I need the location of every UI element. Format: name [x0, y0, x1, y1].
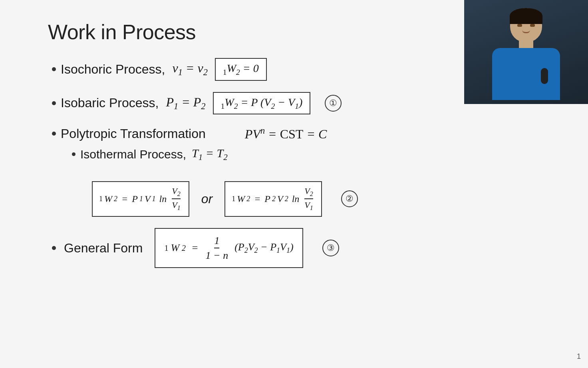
general-form-label: General Form: [64, 241, 143, 256]
bullet-dot-isochoric: [52, 67, 56, 71]
presenter-neck: [519, 41, 533, 49]
isothermal-condition: T1 = T2: [192, 146, 228, 162]
webcam-area: [464, 0, 588, 104]
isochoric-text: Isochoric Process, v1 = v2 1W2 = 0: [61, 58, 267, 81]
general-form-section: General Form 1W2 = 1 1 − n (P2V2 − P1V1): [48, 228, 564, 268]
polytropic-formula: PVn = CST = C: [245, 126, 327, 142]
isothermal-formulas-row: 1W2 = P1V1 ln V2 V1 or 1W2 =: [92, 181, 564, 217]
bullet-dot-isothermal: [72, 152, 75, 156]
isobaric-label: Isobaric Process,: [61, 96, 159, 110]
circle-num-2: ②: [341, 190, 358, 207]
sub-bullet-section: Isothermal Process, T1 = T2: [72, 146, 564, 171]
isobaric-condition: P1 = P2: [166, 95, 205, 112]
polytropic-label: Polytropic Transformation: [61, 126, 206, 141]
microphone-icon: [541, 68, 548, 84]
presenter-figure: [470, 4, 582, 100]
page-number: 1: [577, 352, 581, 361]
isothermal-label: Isothermal Process,: [80, 148, 186, 161]
polytropic-bullet: Polytropic Transformation PVn = CST = C: [48, 126, 564, 142]
webcam-background: [464, 0, 588, 104]
isochoric-label: Isochoric Process,: [61, 62, 165, 77]
circle-num-1: ①: [325, 95, 342, 112]
isobaric-formula-box: 1W2 = P (V2 − V1): [213, 92, 311, 115]
isochoric-formula-box: 1W2 = 0: [215, 58, 267, 81]
main-layout: Work in Process Isochoric Process, v1 = …: [0, 0, 588, 368]
isothermal-formula-box-2: 1W2 = P2V2 ln V2 V1: [224, 181, 322, 217]
isochoric-condition: v1 = v2: [172, 61, 207, 78]
bullet-dot-polytropic: [52, 132, 56, 136]
isothermal-text: Isothermal Process, T1 = T2: [80, 146, 228, 162]
isothermal-formula-box-1: 1W2 = P1V1 ln V2 V1: [92, 181, 189, 217]
circle-num-3: ③: [322, 240, 339, 256]
bullet-dot-isobaric: [52, 101, 56, 105]
isobaric-text: Isobaric Process, P1 = P2 1W2 = P (V2 − …: [61, 92, 342, 115]
presenter-hair: [510, 8, 542, 24]
bullet-dot-general: [52, 246, 56, 250]
presenter-body: [492, 48, 560, 100]
general-form-text: General Form 1W2 = 1 1 − n (P2V2 − P1V1): [64, 228, 339, 268]
or-text: or: [201, 192, 213, 206]
general-form-formula-box: 1W2 = 1 1 − n (P2V2 − P1V1): [155, 228, 303, 268]
polytropic-text: Polytropic Transformation PVn = CST = C: [61, 126, 327, 142]
isothermal-sub-bullet: Isothermal Process, T1 = T2: [72, 146, 564, 162]
